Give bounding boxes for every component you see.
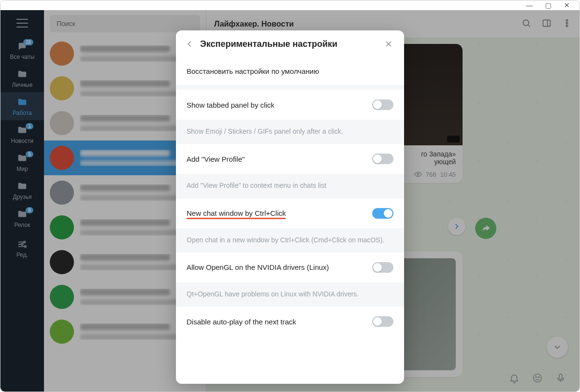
setting-label: Add "View Profile" — [187, 155, 372, 163]
setting-row-2: New chat window by Ctrl+Click — [176, 198, 404, 228]
restore-defaults[interactable]: Восстановить настройки по умолчанию — [176, 57, 404, 85]
experimental-settings-modal: Экспериментальные настройки Восстановить… — [176, 30, 404, 384]
setting-row-4: Disable auto-play of the next track — [176, 307, 404, 336]
setting-desc: Qt+OpenGL have problems on Linux with NV… — [176, 282, 404, 307]
setting-desc: Open chat in a new window by Ctrl+Click … — [176, 228, 404, 252]
setting-toggle[interactable] — [372, 262, 393, 273]
window-maximize[interactable]: ▢ — [545, 1, 551, 9]
setting-label: New chat window by Ctrl+Click — [187, 209, 372, 217]
setting-toggle[interactable] — [372, 208, 393, 219]
window-titlebar: — ▢ ✕ — [0, 0, 580, 10]
setting-row-0: Show tabbed panel by click — [176, 90, 404, 120]
setting-toggle[interactable] — [372, 99, 393, 110]
setting-toggle[interactable] — [372, 316, 393, 327]
back-button[interactable] — [179, 33, 200, 55]
setting-row-3: Allow OpenGL on the NVIDIA drivers (Linu… — [176, 252, 404, 282]
setting-desc: Add "View Profile" to context menu in ch… — [176, 174, 404, 198]
setting-row-1: Add "View Profile" — [176, 144, 404, 174]
setting-label: Allow OpenGL on the NVIDIA drivers (Linu… — [187, 263, 372, 271]
setting-desc: Show Emoji / Stickers / GIFs panel only … — [176, 120, 404, 144]
close-button[interactable] — [378, 33, 399, 55]
setting-label: Show tabbed panel by click — [187, 101, 372, 109]
window-minimize[interactable]: — — [526, 1, 533, 9]
modal-title: Экспериментальные настройки — [200, 39, 378, 49]
setting-label: Disable auto-play of the next track — [187, 318, 372, 326]
window-close[interactable]: ✕ — [564, 1, 570, 9]
setting-toggle[interactable] — [372, 154, 393, 164]
